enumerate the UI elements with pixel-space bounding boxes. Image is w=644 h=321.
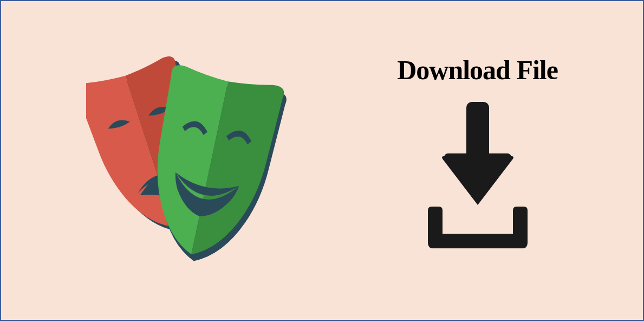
download-section[interactable]: Download File [397,54,558,251]
download-icon [418,99,537,251]
theater-masks-icon [86,52,292,269]
svg-rect-1 [444,153,511,162]
download-card: Download File [0,0,644,321]
download-heading: Download File [397,54,558,86]
